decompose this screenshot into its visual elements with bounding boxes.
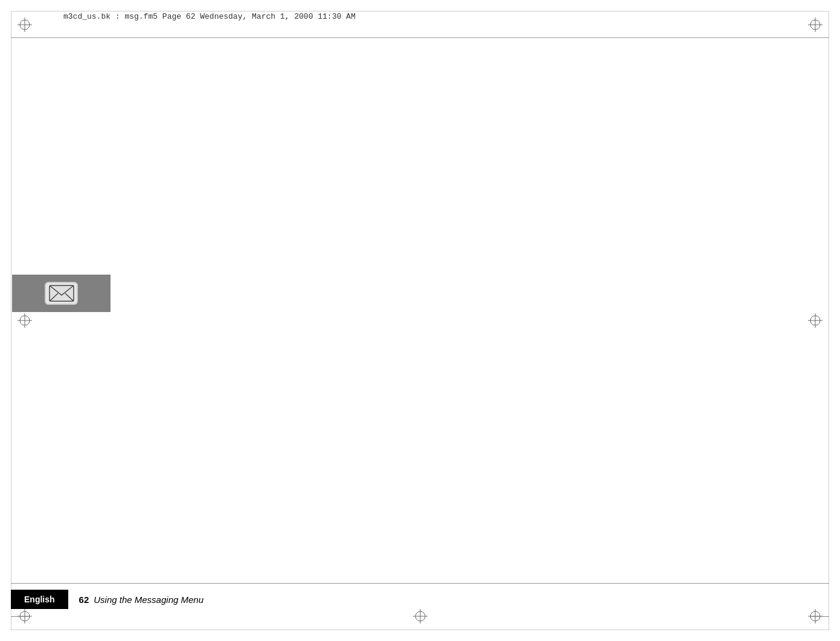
trim-mark-bottom-right: [811, 616, 829, 617]
page-number: 62: [79, 595, 89, 605]
envelope-icon: [48, 284, 75, 302]
footer: English 62 Using the Messaging Menu: [11, 587, 829, 612]
top-separator-line: [11, 37, 829, 38]
corner-mark-middle-left: [18, 314, 31, 327]
messaging-menu-image: [12, 275, 111, 312]
page-border: [11, 11, 829, 630]
corner-mark-top-left: [18, 18, 31, 31]
corner-mark-top-right: [809, 18, 822, 31]
language-badge: English: [11, 590, 68, 609]
envelope-icon-container: [45, 282, 78, 305]
chapter-title: Using the Messaging Menu: [94, 595, 204, 605]
bottom-separator-line: [11, 583, 829, 584]
corner-mark-middle-right: [809, 314, 822, 327]
trim-mark-bottom-left: [11, 616, 29, 617]
header-metadata: m3cd_us.bk : msg.fm5 Page 62 Wednesday, …: [63, 12, 356, 21]
